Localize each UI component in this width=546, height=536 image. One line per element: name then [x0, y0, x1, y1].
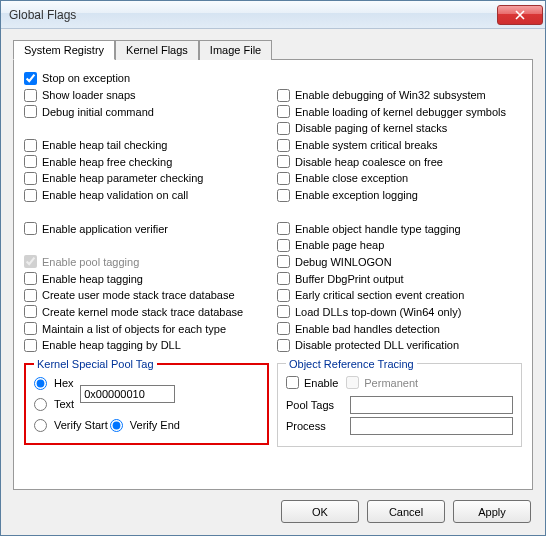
chk-heap-validation-on-call[interactable]: Enable heap validation on call — [24, 187, 269, 204]
chk-label: Disable protected DLL verification — [295, 339, 459, 351]
titlebar: Global Flags — [1, 1, 545, 29]
chk-ort-permanent: Permanent — [346, 376, 418, 389]
radio-label: Text — [54, 398, 74, 410]
radio-label: Hex — [54, 377, 74, 389]
columns: Stop on exception Show loader snaps Debu… — [24, 70, 522, 479]
chk-debug-winlogon[interactable]: Debug WINLOGON — [277, 254, 522, 271]
radio-hex[interactable]: Hex — [34, 374, 74, 393]
chk-disable-paging-kernel-stacks[interactable]: Disable paging of kernel stacks — [277, 120, 522, 137]
tab-kernel-flags[interactable]: Kernel Flags — [115, 40, 199, 60]
radio-verify-end[interactable]: Verify End — [110, 416, 180, 435]
chk-ort-enable[interactable]: Enable — [286, 376, 338, 389]
ok-button[interactable]: OK — [281, 500, 359, 523]
chk-application-verifier[interactable]: Enable application verifier — [24, 220, 269, 237]
chk-user-stack-trace-db[interactable]: Create user mode stack trace database — [24, 287, 269, 304]
apply-button[interactable]: Apply — [453, 500, 531, 523]
chk-label: Enable system critical breaks — [295, 139, 437, 151]
chk-heap-tagging-by-dll[interactable]: Enable heap tagging by DLL — [24, 337, 269, 354]
radio-label: Verify Start — [54, 419, 108, 431]
chk-disable-heap-coalesce[interactable]: Disable heap coalesce on free — [277, 153, 522, 170]
right-column: Enable debugging of Win32 subsystem Enab… — [277, 70, 522, 479]
chk-label: Permanent — [364, 377, 418, 389]
chk-label: Enable heap parameter checking — [42, 172, 203, 184]
radio-text[interactable]: Text — [34, 395, 74, 414]
ort-pooltags-label: Pool Tags — [286, 399, 344, 411]
close-icon — [515, 10, 525, 20]
client-area: System Registry Kernel Flags Image File … — [1, 29, 545, 535]
chk-label: Load DLLs top-down (Win64 only) — [295, 306, 461, 318]
chk-label: Enable object handle type tagging — [295, 223, 461, 235]
chk-load-kernel-dbg-symbols[interactable]: Enable loading of kernel debugger symbol… — [277, 103, 522, 120]
chk-label: Stop on exception — [42, 72, 130, 84]
chk-label: Disable paging of kernel stacks — [295, 122, 447, 134]
chk-label: Enable page heap — [295, 239, 384, 251]
chk-label: Disable heap coalesce on free — [295, 156, 443, 168]
pool-tag-input[interactable] — [80, 385, 175, 403]
pool-legend: Kernel Special Pool Tag — [34, 358, 157, 370]
tab-system-registry[interactable]: System Registry — [13, 40, 115, 60]
ort-process-input[interactable] — [350, 417, 513, 435]
chk-stop-on-exception[interactable]: Stop on exception — [24, 70, 269, 87]
chk-label: Enable bad handles detection — [295, 323, 440, 335]
chk-buffer-dbgprint[interactable]: Buffer DbgPrint output — [277, 270, 522, 287]
chk-bad-handles-detection[interactable]: Enable bad handles detection — [277, 320, 522, 337]
chk-label: Debug WINLOGON — [295, 256, 392, 268]
chk-label: Enable heap tagging — [42, 273, 143, 285]
chk-heap-parameter-checking[interactable]: Enable heap parameter checking — [24, 170, 269, 187]
chk-label: Enable heap free checking — [42, 156, 172, 168]
chk-object-handle-type-tagging[interactable]: Enable object handle type tagging — [277, 220, 522, 237]
chk-label: Create user mode stack trace database — [42, 289, 235, 301]
chk-enable-exception-logging[interactable]: Enable exception logging — [277, 187, 522, 204]
chk-system-critical-breaks[interactable]: Enable system critical breaks — [277, 137, 522, 154]
chk-label: Enable close exception — [295, 172, 408, 184]
close-button[interactable] — [497, 5, 543, 25]
tab-panel: Stop on exception Show loader snaps Debu… — [13, 59, 533, 490]
chk-label: Debug initial command — [42, 106, 154, 118]
chk-disable-protected-dll-verif[interactable]: Disable protected DLL verification — [277, 337, 522, 354]
tab-strip: System Registry Kernel Flags Image File — [13, 39, 533, 59]
window-title: Global Flags — [9, 8, 497, 22]
chk-enable-page-heap[interactable]: Enable page heap — [277, 237, 522, 254]
radio-label: Verify End — [130, 419, 180, 431]
chk-maintain-object-list[interactable]: Maintain a list of objects for each type — [24, 320, 269, 337]
chk-heap-tagging[interactable]: Enable heap tagging — [24, 270, 269, 287]
chk-label: Enable loading of kernel debugger symbol… — [295, 106, 506, 118]
radio-verify-start[interactable]: Verify Start — [34, 416, 108, 435]
chk-label: Enable exception logging — [295, 189, 418, 201]
chk-early-critsec-event[interactable]: Early critical section event creation — [277, 287, 522, 304]
chk-label: Enable heap validation on call — [42, 189, 188, 201]
left-column: Stop on exception Show loader snaps Debu… — [24, 70, 269, 479]
ort-pooltags-input[interactable] — [350, 396, 513, 414]
kernel-special-pool-tag-group: Kernel Special Pool Tag Hex Text Verify … — [24, 358, 269, 445]
chk-label: Maintain a list of objects for each type — [42, 323, 226, 335]
chk-label: Create kernel mode stack trace database — [42, 306, 243, 318]
chk-label: Enable — [304, 377, 338, 389]
chk-label: Buffer DbgPrint output — [295, 273, 404, 285]
ort-process-label: Process — [286, 420, 344, 432]
chk-debug-initial-command[interactable]: Debug initial command — [24, 103, 269, 120]
chk-debug-win32-subsystem[interactable]: Enable debugging of Win32 subsystem — [277, 87, 522, 104]
chk-enable-close-exception[interactable]: Enable close exception — [277, 170, 522, 187]
chk-label: Show loader snaps — [42, 89, 136, 101]
chk-heap-free-checking[interactable]: Enable heap free checking — [24, 153, 269, 170]
chk-label: Enable pool tagging — [42, 256, 139, 268]
chk-kernel-stack-trace-db[interactable]: Create kernel mode stack trace database — [24, 304, 269, 321]
chk-label: Enable heap tagging by DLL — [42, 339, 181, 351]
dialog-buttons: OK Cancel Apply — [13, 490, 533, 525]
window: Global Flags System Registry Kernel Flag… — [0, 0, 546, 536]
chk-show-loader-snaps[interactable]: Show loader snaps — [24, 87, 269, 104]
ort-legend: Object Reference Tracing — [286, 358, 417, 370]
chk-label: Early critical section event creation — [295, 289, 464, 301]
chk-load-dlls-top-down[interactable]: Load DLLs top-down (Win64 only) — [277, 304, 522, 321]
chk-label: Enable heap tail checking — [42, 139, 167, 151]
chk-pool-tagging: Enable pool tagging — [24, 254, 269, 271]
cancel-button[interactable]: Cancel — [367, 500, 445, 523]
tab-image-file[interactable]: Image File — [199, 40, 272, 60]
object-reference-tracing-group: Object Reference Tracing Enable Permanen… — [277, 358, 522, 447]
chk-label: Enable application verifier — [42, 223, 168, 235]
chk-heap-tail-checking[interactable]: Enable heap tail checking — [24, 137, 269, 154]
chk-label: Enable debugging of Win32 subsystem — [295, 89, 486, 101]
